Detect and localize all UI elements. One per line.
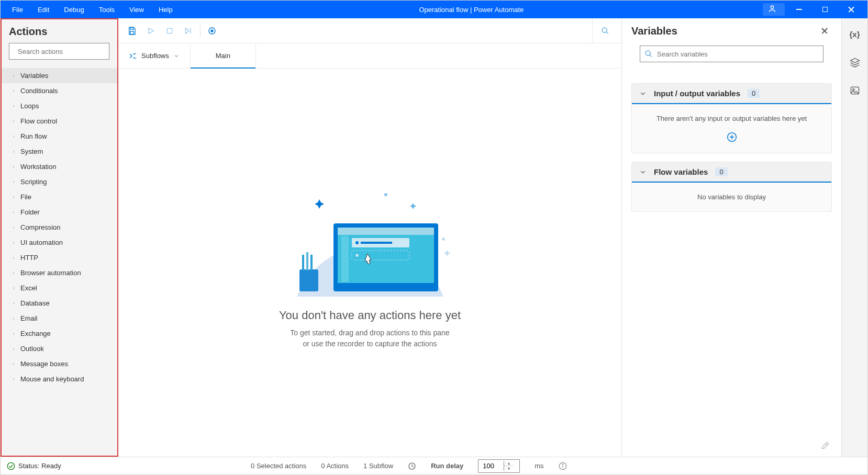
chevron-right-icon bbox=[11, 331, 16, 336]
svg-point-18 bbox=[355, 241, 359, 244]
chevron-right-icon bbox=[11, 316, 16, 321]
action-category-database[interactable]: Database bbox=[1, 296, 118, 311]
action-category-excel[interactable]: Excel bbox=[1, 280, 118, 296]
action-category-label: Message boxes bbox=[20, 360, 68, 368]
add-io-variable-button[interactable] bbox=[640, 132, 823, 142]
action-category-conditionals[interactable]: Conditionals bbox=[1, 83, 118, 98]
chevron-right-icon bbox=[11, 286, 16, 291]
svg-point-41 bbox=[562, 464, 563, 465]
action-category-scripting[interactable]: Scripting bbox=[1, 174, 118, 189]
action-category-system[interactable]: System bbox=[1, 144, 118, 159]
variables-search-input[interactable] bbox=[657, 50, 819, 58]
menu-debug[interactable]: Debug bbox=[57, 1, 91, 18]
actions-search[interactable] bbox=[9, 43, 109, 60]
recorder-button[interactable] bbox=[203, 21, 221, 40]
variables-search[interactable] bbox=[640, 46, 824, 62]
run-button[interactable] bbox=[141, 21, 160, 40]
chevron-right-icon bbox=[11, 164, 16, 169]
chevron-right-icon bbox=[11, 210, 16, 215]
action-category-variables[interactable]: Variables bbox=[1, 68, 118, 83]
subflows-dropdown[interactable]: Subflows bbox=[118, 43, 191, 68]
actions-category-list[interactable]: VariablesConditionalsLoopsFlow controlRu… bbox=[1, 66, 118, 457]
menu-view[interactable]: View bbox=[122, 1, 151, 18]
chevron-right-icon bbox=[11, 88, 16, 94]
action-category-exchange[interactable]: Exchange bbox=[1, 326, 118, 341]
subflows-label: Subflows bbox=[141, 52, 169, 60]
save-button[interactable] bbox=[123, 21, 141, 40]
flow-variables-header[interactable]: Flow variables 0 bbox=[632, 162, 831, 183]
action-category-loops[interactable]: Loops bbox=[1, 98, 118, 114]
svg-rect-6 bbox=[167, 28, 172, 33]
chevron-right-icon bbox=[11, 134, 16, 139]
eraser-icon[interactable] bbox=[820, 441, 830, 452]
canvas-search-button[interactable] bbox=[592, 18, 617, 43]
actions-search-input[interactable] bbox=[18, 48, 106, 55]
menu-edit[interactable]: Edit bbox=[30, 1, 57, 18]
action-category-label: Database bbox=[20, 299, 50, 307]
rail-variables-button[interactable]: {x} bbox=[844, 26, 865, 42]
svg-point-36 bbox=[852, 89, 854, 91]
svg-rect-4 bbox=[130, 31, 133, 34]
menubar: File Edit Debug Tools View Help bbox=[5, 1, 180, 18]
action-category-label: Workstation bbox=[20, 163, 56, 171]
actions-panel: Actions VariablesConditionalsLoopsFlow c… bbox=[1, 18, 118, 457]
svg-rect-3 bbox=[130, 27, 133, 29]
delay-decrement-button[interactable]: ▾ bbox=[504, 466, 513, 471]
minimize-button[interactable] bbox=[787, 1, 811, 18]
action-category-flow-control[interactable]: Flow control bbox=[1, 114, 118, 129]
run-delay-input[interactable]: ▴ ▾ bbox=[478, 459, 520, 473]
action-category-outlook[interactable]: Outlook bbox=[1, 341, 118, 356]
subflows-icon bbox=[129, 52, 137, 60]
tabstrip: Subflows Main bbox=[118, 43, 621, 69]
close-button[interactable] bbox=[839, 1, 863, 18]
chevron-right-icon bbox=[11, 240, 16, 245]
info-icon[interactable] bbox=[559, 462, 567, 470]
account-button[interactable] bbox=[763, 3, 785, 16]
menu-file[interactable]: File bbox=[5, 1, 30, 18]
menu-help[interactable]: Help bbox=[151, 1, 180, 18]
io-variables-title: Input / output variables bbox=[654, 89, 740, 98]
svg-point-11 bbox=[602, 28, 607, 32]
action-category-run-flow[interactable]: Run flow bbox=[1, 129, 118, 144]
empty-state-subtitle: To get started, drag and drop actions to… bbox=[290, 327, 449, 349]
svg-point-10 bbox=[210, 29, 213, 32]
center-area: Subflows Main bbox=[118, 18, 621, 457]
action-category-browser-automation[interactable]: Browser automation bbox=[1, 265, 118, 280]
statusbar: Status: Ready 0 Selected actions 0 Actio… bbox=[1, 457, 867, 474]
svg-rect-16 bbox=[341, 236, 349, 282]
rail-images-button[interactable] bbox=[844, 82, 865, 99]
action-category-email[interactable]: Email bbox=[1, 311, 118, 326]
action-category-file[interactable]: File bbox=[1, 189, 118, 205]
flow-canvas[interactable]: You don't have any actions here yet To g… bbox=[118, 69, 621, 457]
action-category-compression[interactable]: Compression bbox=[1, 220, 118, 235]
action-category-workstation[interactable]: Workstation bbox=[1, 159, 118, 174]
action-category-ui-automation[interactable]: UI automation bbox=[1, 235, 118, 250]
maximize-icon bbox=[822, 7, 828, 12]
variables-close-button[interactable] bbox=[816, 22, 833, 39]
step-button[interactable] bbox=[179, 21, 198, 40]
svg-point-37 bbox=[7, 462, 14, 469]
flow-variables-card: Flow variables 0 No variables to display bbox=[631, 162, 832, 212]
action-category-label: File bbox=[20, 193, 31, 201]
delay-increment-button[interactable]: ▴ bbox=[504, 461, 513, 466]
chevron-right-icon bbox=[11, 301, 16, 306]
rail-ui-elements-button[interactable] bbox=[844, 54, 865, 71]
stop-button[interactable] bbox=[160, 21, 179, 40]
run-delay-field[interactable] bbox=[478, 462, 504, 470]
close-icon bbox=[849, 7, 854, 12]
tab-main[interactable]: Main bbox=[191, 43, 256, 68]
chevron-right-icon bbox=[11, 119, 16, 124]
maximize-button[interactable] bbox=[813, 1, 837, 18]
svg-point-27 bbox=[442, 238, 445, 241]
menu-tools[interactable]: Tools bbox=[92, 1, 122, 18]
svg-rect-23 bbox=[302, 255, 304, 270]
action-category-http[interactable]: HTTP bbox=[1, 250, 118, 265]
svg-line-33 bbox=[826, 444, 827, 445]
io-variables-empty-text: There aren't any input or output variabl… bbox=[640, 115, 823, 122]
action-category-folder[interactable]: Folder bbox=[1, 205, 118, 220]
io-variables-header[interactable]: Input / output variables 0 bbox=[632, 84, 831, 104]
chevron-right-icon bbox=[11, 225, 16, 230]
titlebar-right bbox=[763, 1, 863, 18]
action-category-mouse-and-keyboard[interactable]: Mouse and keyboard bbox=[1, 371, 118, 387]
action-category-message-boxes[interactable]: Message boxes bbox=[1, 356, 118, 371]
